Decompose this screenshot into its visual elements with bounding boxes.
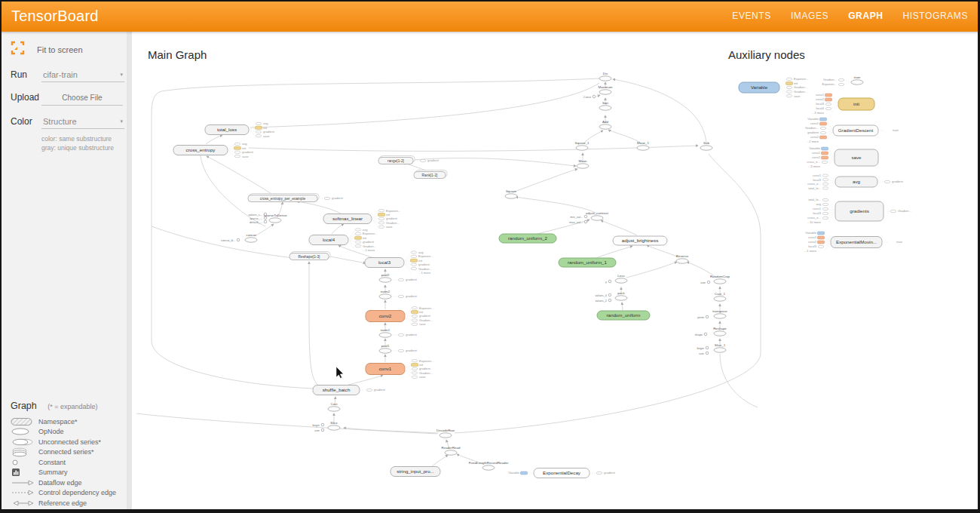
tab-histograms[interactable]: HISTOGRAMS [903,11,968,21]
app-header: TensorBoard EVENTS IMAGES GRAPH HISTOGRA… [0,0,980,32]
sidebar-scrollbar[interactable] [127,32,132,513]
graph-node-cast[interactable]: Cast [328,402,340,411]
graph-node-cross-entropy[interactable]: cross_entropyavginitgradientsave [173,142,254,158]
svg-text:init: init [263,126,268,130]
graph-node-pool2[interactable]: pool2gradient [379,273,418,282]
graph-node-randomcrop[interactable]: RandomCrop [710,275,730,284]
graph-node-readerread[interactable]: ReaderRead [442,446,461,455]
graph-node-square-1[interactable]: Square_1 [574,141,590,150]
svg-text:...3 more: ...3 more [812,111,825,115]
color-select[interactable]: Structure ▾ [41,115,124,129]
graph-node-string-input-pro[interactable]: string_input_pro... [390,467,440,477]
graph-node-reverse[interactable]: Reverse [676,254,689,263]
svg-text:Div: Div [603,72,608,75]
reference-edge-icon [11,499,36,507]
graph-node-rank-1-2[interactable]: Rank[1-2] [414,170,447,179]
svg-text:Cast: Cast [330,402,338,406]
graph-node-shape[interactable]: shape [694,333,706,336]
graph-node-pack[interactable]: pack [615,291,627,300]
svg-text:Gradien...: Gradien... [363,244,376,248]
graph-node-reshape[interactable]: Reshape [713,327,727,336]
graph-node-random-uniform[interactable]: random_uniform [597,311,650,320]
graph-node-gradients[interactable]: gradientsGradien...total_lo...avgconv1lo… [807,198,911,224]
graph-node-range-1-2[interactable]: range[1-2]gradient [378,156,439,164]
graph-node-div[interactable]: Div [599,72,611,81]
color-label: Color [11,116,41,127]
svg-text:init: init [419,363,424,367]
graph-node-init[interactable]: initconv1conv2local3local4...3 more [812,93,874,115]
graph-node-sub[interactable]: Sub [700,141,712,150]
graph-node-less[interactable]: Less [615,274,627,283]
graph-node-mean[interactable]: Mean [577,159,589,168]
fit-to-screen-label[interactable]: Fit to screen [37,45,83,54]
graph-node-values-0[interactable]: values_0 [595,293,611,297]
graph-node-size[interactable]: size [314,429,324,432]
svg-text:save: save [386,225,393,229]
graph-node-random-uniform-2[interactable]: random_uniform_2 [499,234,556,243]
svg-text:ExponentialDecay: ExponentialDecay [543,470,581,475]
graph-node-sqrt[interactable]: Sqrt [599,101,611,110]
graph-node-max-val[interactable]: max_val... [569,220,587,224]
graph-node-square[interactable]: Square [505,189,517,198]
graph-node-fixedlengthrecordreader[interactable]: FixedLengthRecordReader [469,461,509,470]
graph-node-begin[interactable]: begin [697,346,708,350]
graph-node-random-uniform-1[interactable]: random_uniform_1 [559,258,616,267]
fit-to-screen-icon[interactable] [11,41,25,58]
graph-node-gradientdescent[interactable]: GradientDescenttrainVariableconv1Gradien… [805,117,899,143]
graph-node-train[interactable]: trainGradien...Exponen... [822,75,863,86]
graph-node-min-val[interactable]: min_val... [570,215,586,219]
graph-node-default[interactable]: default_... [250,220,267,224]
graph-node-cross-entropy-per-example[interactable]: cross_entropy_per_examplegradient [248,194,344,202]
graph-node-adjust-brightness[interactable]: adjust_brightness [613,236,667,245]
graph-node-mean-1[interactable]: Mean_1 [637,141,649,150]
graph-node-maximum[interactable]: Maximum [598,85,612,94]
graph-node-concat[interactable]: concat [245,233,257,242]
svg-text:gradient: gradient [406,333,418,336]
graph-node-conv1[interactable]: conv1Exponen...initgradientGradien...sav… [366,359,434,379]
graph-node-slice-1[interactable]: Slice_1 [714,343,726,352]
choose-file-button[interactable]: Choose File [41,92,123,106]
svg-text:gradient: gradient [406,349,418,352]
graph-node-concat-d[interactable]: concat_d... [221,238,240,242]
graph-node-size[interactable]: size [699,352,709,355]
graph-node-variable[interactable]: VariableExponen...initGradien...Gradien.… [739,77,809,97]
graph-node-reshape-1-3[interactable]: Reshape[1-3] [289,252,330,260]
graph-node-total-loss[interactable]: total_lossavginitgradientsave [205,121,275,137]
window-frame-bottom [0,509,980,513]
graph-node-adjust-contrast[interactable]: adjust_contrast [586,211,609,220]
tab-graph[interactable]: GRAPH [848,11,883,21]
graph-node-pool1[interactable]: pool1gradient [379,344,418,353]
graph-node-decoderaw[interactable]: DecodeRaw [436,429,455,438]
graph-node-begin[interactable]: begin [312,423,323,427]
graph-node-exponentialdecay[interactable]: ExponentialDecaygradientVariable [508,468,615,478]
graph-node-save[interactable]: saveVariableconv1conv2cross_e......3 mor… [807,146,878,168]
graph-node-perm[interactable]: perm [697,315,709,319]
graph-node-local3[interactable]: local3avgExponen...initgradientGradien..… [365,250,433,275]
graph-node-avg[interactable]: avggradientconv1local3cross_e...total_lo… [807,174,903,190]
graph-node-conv2[interactable]: conv2Exponen...initgradientGradien...sav… [366,306,434,327]
graph-node-const[interactable]: Const [583,95,596,99]
svg-text:random_uniform_2: random_uniform_2 [508,235,547,241]
graph-node-slice[interactable]: Slice [328,421,340,430]
graph-node-size[interactable]: size [700,281,710,284]
graph-node-values-2[interactable]: values_2 [595,299,611,303]
graph-node-norm1[interactable]: norm1gradient [379,328,418,337]
graph-node-shuffle-batch[interactable]: shuffle_batchgradient [313,386,386,395]
graph-node-norm2[interactable]: norm2gradient [379,290,418,299]
graph-node-local4[interactable]: local4avgExponen...initgradientGradien..… [309,228,378,252]
tab-images[interactable]: IMAGES [791,11,828,21]
graph-node-cast-1[interactable]: Cast_1 [714,292,726,301]
svg-text:RandomCrop: RandomCrop [710,275,730,278]
graph-node-add[interactable]: Add [599,120,611,129]
graph-node-exponentialmovin[interactable]: ExponentialMovin...trainVariableconv1con… [804,231,903,253]
graph-node-softmax-linear[interactable]: softmax_linearExponen...initgradientGrad… [323,209,401,229]
graph-node-y[interactable]: y [605,280,611,284]
svg-text:size: size [700,281,706,284]
graph-canvas[interactable]: total_lossavginitgradientsavecross_entro… [132,32,980,513]
graph-node-transpose[interactable]: transpose [712,309,727,318]
tab-events[interactable]: EVENTS [732,11,771,21]
run-select[interactable]: cifar-train ▾ [41,69,124,82]
svg-text:Variable: Variable [751,84,768,90]
svg-text:pool1: pool1 [381,344,390,348]
svg-text:gradient: gradient [386,217,398,220]
